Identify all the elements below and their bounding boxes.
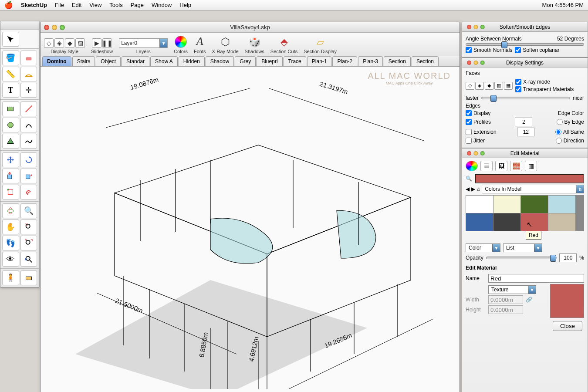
move-tool-icon[interactable] xyxy=(2,152,19,167)
by-edge-radio[interactable]: By Edge xyxy=(557,119,584,125)
display-style-4-icon[interactable]: ▨ xyxy=(75,38,85,48)
image-tab-icon[interactable]: 🖼 xyxy=(495,161,507,171)
look-around-tool-icon[interactable]: 👁 xyxy=(2,252,19,267)
model-viewport[interactable]: ALL MAC WORLD MAC Apps One Click Away xyxy=(41,67,460,392)
walk-tool-icon[interactable]: 👣 xyxy=(2,236,19,250)
tab-plan-2[interactable]: Plan-2 xyxy=(332,56,357,66)
nav-back-icon[interactable]: ◀ xyxy=(466,186,470,192)
extension-value[interactable] xyxy=(517,128,534,136)
sliders-tab-icon[interactable]: ☰ xyxy=(480,161,493,171)
palette-titlebar[interactable] xyxy=(0,21,39,30)
transparency-slider[interactable] xyxy=(481,97,570,99)
swatch-tan[interactable] xyxy=(548,213,575,231)
tab-plan-3[interactable]: Plan-3 xyxy=(358,56,383,66)
layer-selector[interactable]: Layer0 ▼ xyxy=(119,38,168,48)
tab-stairs[interactable]: Stairs xyxy=(72,56,95,66)
tab-section-1[interactable]: Section xyxy=(384,56,411,66)
shadows-icon[interactable]: 🎲 xyxy=(249,37,260,48)
push-pull-tool-icon[interactable] xyxy=(2,169,19,183)
tape-measure-tool-icon[interactable]: 📏 xyxy=(2,67,19,81)
display-style-2-icon[interactable]: ◈ xyxy=(54,38,64,48)
offset-tool-icon[interactable] xyxy=(20,185,37,199)
tab-bluepri[interactable]: Bluepri xyxy=(257,56,282,66)
apple-menu-icon[interactable]: 🍎 xyxy=(4,1,13,9)
tab-trace[interactable]: Trace xyxy=(284,56,306,66)
swatch-cream[interactable] xyxy=(493,196,520,213)
paint-bucket-tool-icon[interactable]: 🪣 xyxy=(2,51,19,65)
face-style-3-icon[interactable]: ◆ xyxy=(485,82,493,90)
pan-tool-icon[interactable]: ✋ xyxy=(2,220,19,234)
home-icon[interactable]: ⌂ xyxy=(477,186,480,192)
menu-edit[interactable]: Edit xyxy=(72,2,81,8)
select-tool-icon[interactable] xyxy=(2,32,19,47)
protractor-tool-icon[interactable] xyxy=(20,67,37,81)
slider-thumb-icon[interactable] xyxy=(490,95,497,102)
display-style-3-icon[interactable]: ◆ xyxy=(65,38,74,48)
display-style-1-icon[interactable]: ◇ xyxy=(44,38,54,48)
tab-section-2[interactable]: Section xyxy=(412,56,439,66)
face-style-2-icon[interactable]: ◈ xyxy=(475,82,484,90)
angle-slider[interactable] xyxy=(466,43,584,46)
texture-selector[interactable]: Texture▼ xyxy=(488,285,536,294)
xray-mode-checkbox[interactable]: X-ray mode xyxy=(515,79,584,85)
position-camera-tool-icon[interactable]: 🧍 xyxy=(2,270,19,285)
line-tool-icon[interactable] xyxy=(20,101,37,116)
slider-thumb-icon[interactable] xyxy=(501,41,507,48)
color-mode-selector[interactable]: Color▼ xyxy=(466,243,500,252)
display-edges-checkbox[interactable]: Display xyxy=(466,110,490,116)
previous-view-tool-icon[interactable] xyxy=(20,252,37,267)
menu-page[interactable]: Page xyxy=(131,2,144,8)
profiles-value[interactable] xyxy=(515,118,532,126)
fonts-icon[interactable]: A xyxy=(196,35,203,48)
zoom-window-tool-icon[interactable] xyxy=(20,220,37,234)
current-color-bar[interactable] xyxy=(475,174,584,183)
zoom-tool-icon[interactable]: 🔍 xyxy=(20,203,37,218)
text-tool-icon[interactable]: T xyxy=(2,83,19,98)
zoom-extents-tool-icon[interactable] xyxy=(20,236,37,250)
swatch-blue[interactable] xyxy=(466,213,493,231)
menu-file[interactable]: File xyxy=(55,2,64,8)
soften-coplanar-checkbox[interactable]: Soften coplanar xyxy=(515,47,559,53)
section-cuts-icon[interactable]: ⬘ xyxy=(280,37,288,48)
face-style-5-icon[interactable]: ▦ xyxy=(504,82,513,90)
transparent-checkbox[interactable]: Transparent Materials xyxy=(515,86,584,92)
arc-tool-icon[interactable] xyxy=(20,118,37,132)
opacity-value[interactable] xyxy=(559,253,577,262)
palettes-tab-icon[interactable]: ▥ xyxy=(525,161,537,171)
search-icon[interactable]: 🔍 xyxy=(466,176,472,182)
swatch-darkgrey[interactable] xyxy=(493,213,520,231)
xray-mode-icon[interactable]: ⬡ xyxy=(221,36,230,48)
extension-checkbox[interactable]: Extension xyxy=(466,129,497,135)
face-style-1-icon[interactable]: ◇ xyxy=(466,82,474,90)
follow-me-tool-icon[interactable] xyxy=(20,169,37,183)
jitter-checkbox[interactable]: Jitter xyxy=(466,138,485,144)
app-menu[interactable]: SketchUp xyxy=(21,2,47,8)
scale-tool-icon[interactable] xyxy=(2,185,19,199)
tab-grey[interactable]: Grey xyxy=(235,56,256,66)
rectangle-tool-icon[interactable] xyxy=(2,101,19,116)
tab-object[interactable]: Object xyxy=(96,56,121,66)
list-mode-selector[interactable]: List▼ xyxy=(503,243,542,252)
material-name-input[interactable] xyxy=(488,274,584,283)
colors-icon[interactable] xyxy=(175,36,187,48)
freehand-tool-icon[interactable] xyxy=(20,134,37,149)
slider-thumb-icon[interactable] xyxy=(550,255,556,262)
swatch-lightblue[interactable] xyxy=(548,196,575,213)
tab-standar[interactable]: Standar xyxy=(122,56,149,66)
eraser-tool-icon[interactable] xyxy=(20,51,37,65)
direction-radio[interactable]: Direction xyxy=(556,138,584,144)
menu-help[interactable]: Help xyxy=(179,2,191,8)
crayons-tab-icon[interactable]: 🧱 xyxy=(510,161,522,171)
menu-window[interactable]: Window xyxy=(152,2,172,8)
all-same-radio[interactable]: All Same xyxy=(555,129,584,135)
polygon-tool-icon[interactable] xyxy=(2,134,19,149)
swatch-olive[interactable] xyxy=(521,196,548,213)
close-button[interactable]: Close xyxy=(553,321,582,331)
colorwheel-tab-icon[interactable] xyxy=(466,161,478,171)
slideshow-play-icon[interactable]: ▶ xyxy=(92,38,101,48)
axes-tool-icon[interactable]: ✛ xyxy=(20,83,37,98)
section-display-icon[interactable]: ▱ xyxy=(317,37,324,48)
tab-show-a[interactable]: Show A xyxy=(150,56,178,66)
swatch-white[interactable] xyxy=(466,196,493,213)
opacity-slider[interactable] xyxy=(486,257,557,259)
